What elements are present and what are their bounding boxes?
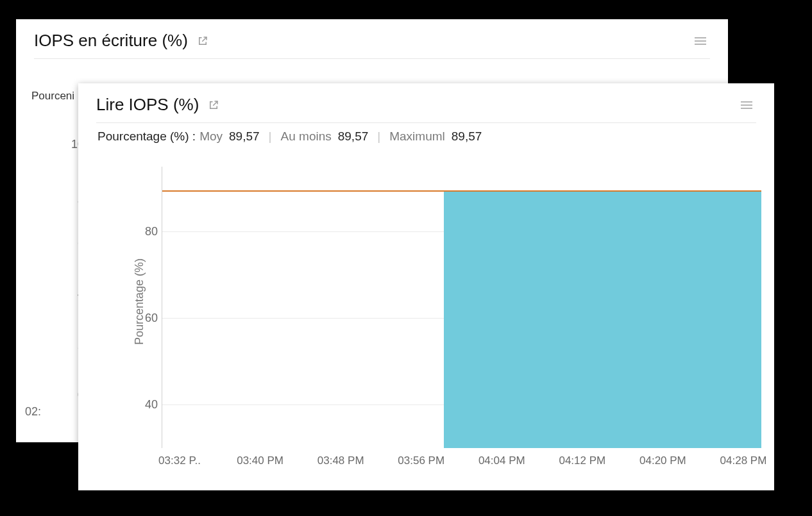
chart-stats: Pourcentage (%) : Moy 89,57 | Au moins 8… [78, 123, 774, 144]
external-link-icon[interactable] [208, 99, 219, 111]
x-tick-label: 03:48 PM [317, 454, 364, 467]
panel-title: IOPS en écriture (%) [34, 31, 188, 51]
stats-min-value: 89,57 [338, 129, 369, 144]
x-tick-label: 03:32 P.. [158, 454, 201, 467]
stats-max-label: Maximuml [389, 129, 445, 144]
back-y-label-short: Pourceni [31, 90, 74, 103]
x-tick-label: 04:04 PM [478, 454, 525, 467]
y-tick-label: 40 [136, 398, 158, 412]
stats-avg-value: 89,57 [229, 129, 260, 144]
stats-metric-label: Pourcentage (%) : [97, 129, 196, 144]
chart-area-fill [444, 190, 761, 448]
stats-max-value: 89,57 [452, 129, 482, 144]
y-axis-label: Pourcentage (%) [133, 258, 146, 345]
chart-plot[interactable] [162, 167, 761, 448]
stats-avg-label: Moy [199, 129, 223, 144]
x-tick-label: 04:20 PM [639, 454, 686, 467]
hamburger-icon[interactable] [691, 33, 710, 49]
external-link-icon[interactable] [197, 35, 208, 47]
divider [34, 58, 710, 59]
chart-line [162, 190, 761, 192]
panel-header: IOPS en écriture (%) [16, 19, 728, 58]
x-tick-label: 04:28 PM [720, 454, 767, 467]
panel-title: Lire IOPS (%) [96, 95, 199, 115]
panel-header: Lire IOPS (%) [78, 83, 774, 122]
back-x-tick: 02: [25, 405, 41, 419]
y-tick-label: 80 [136, 225, 158, 238]
x-tick-label: 03:40 PM [237, 454, 283, 467]
hamburger-icon[interactable] [737, 97, 756, 113]
x-tick-label: 04:12 PM [559, 454, 605, 467]
stats-separator: | [377, 129, 380, 144]
x-tick-label: 03:56 PM [398, 454, 444, 467]
stats-min-label: Au moins [281, 129, 332, 144]
panel-iops-read: Lire IOPS (%) Pourcentage (%) : Moy 89,5… [78, 83, 774, 490]
chart-area: Pourcentage (%) 406080 03:32 P..03:40 PM… [97, 167, 761, 471]
y-tick-label: 60 [136, 312, 158, 325]
stats-separator: | [269, 129, 272, 144]
